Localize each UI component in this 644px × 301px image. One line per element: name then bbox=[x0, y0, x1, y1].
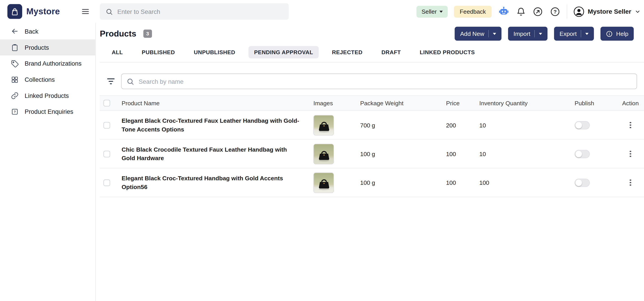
filter-button[interactable] bbox=[106, 76, 116, 86]
question-circle-icon: ? bbox=[550, 6, 560, 16]
ellipsis-icon bbox=[630, 151, 631, 152]
publish-toggle[interactable] bbox=[574, 121, 590, 129]
action-cell bbox=[617, 177, 644, 188]
product-thumbnail[interactable] bbox=[313, 172, 334, 193]
select-all-cell bbox=[100, 100, 122, 106]
row-select-cell bbox=[100, 180, 122, 186]
row-checkbox[interactable] bbox=[104, 180, 110, 186]
table-row: Chic Black Crocodile Textured Faux Leath… bbox=[100, 140, 644, 168]
feedback-button[interactable]: Feedback bbox=[454, 6, 492, 18]
seller-dropdown-label: Seller bbox=[422, 8, 437, 15]
import-button[interactable]: Import bbox=[508, 27, 548, 40]
ellipsis-icon bbox=[630, 184, 631, 186]
publish-toggle[interactable] bbox=[574, 150, 590, 158]
row-actions-menu-button[interactable] bbox=[627, 177, 634, 188]
product-thumbnail[interactable] bbox=[313, 115, 334, 136]
product-name[interactable]: Elegant Black Croc-Textured Handbag with… bbox=[122, 174, 314, 191]
seller-dropdown[interactable]: Seller bbox=[416, 6, 448, 18]
tab-unpublished[interactable]: UNPUBLISHED bbox=[188, 46, 241, 58]
shopping-bag-icon bbox=[10, 7, 19, 16]
inventory-quantity-value: 10 bbox=[480, 122, 575, 128]
product-name[interactable]: Elegant Black Croc-Textured Faux Leather… bbox=[122, 116, 314, 134]
global-search[interactable] bbox=[100, 3, 289, 20]
price-value: 100 bbox=[446, 150, 480, 157]
sidebar-item-label: Product Enquiries bbox=[25, 108, 73, 115]
package-weight-value: 700 g bbox=[360, 122, 446, 128]
ellipsis-icon bbox=[630, 153, 631, 154]
external-link-button[interactable] bbox=[532, 6, 544, 17]
tab-published[interactable]: PUBLISHED bbox=[136, 46, 180, 58]
help-button[interactable]: Help bbox=[600, 27, 634, 40]
row-actions-menu-button[interactable] bbox=[627, 119, 634, 130]
tab-pending-approval[interactable]: PENDING APPROVAL bbox=[248, 46, 319, 58]
product-image-cell bbox=[313, 172, 360, 193]
help-label: Help bbox=[616, 30, 628, 37]
sidebar-back[interactable]: Back bbox=[0, 23, 96, 40]
chevron-down-icon bbox=[539, 33, 542, 35]
header-actions: Seller Feedback bbox=[416, 4, 644, 18]
column-header-price: Price bbox=[446, 100, 480, 106]
handbag-image bbox=[314, 173, 334, 193]
sidebar-item-label: Collections bbox=[25, 76, 55, 83]
account-name: Mystore Seller bbox=[588, 8, 631, 15]
sidebar-item-label: Linked Products bbox=[25, 92, 69, 99]
hamburger-menu-button[interactable] bbox=[80, 6, 91, 17]
tag-icon bbox=[11, 59, 19, 68]
row-checkbox[interactable] bbox=[104, 122, 110, 128]
tab-draft[interactable]: DRAFT bbox=[376, 46, 407, 58]
table-search-input[interactable] bbox=[138, 78, 632, 85]
tab-all[interactable]: ALL bbox=[106, 46, 128, 58]
sidebar-item-products[interactable]: Products bbox=[0, 40, 96, 56]
chevron-down-icon bbox=[440, 11, 443, 13]
info-circle-icon bbox=[606, 30, 613, 37]
add-new-button[interactable]: Add New bbox=[455, 27, 502, 40]
arrow-up-right-circle-icon bbox=[533, 6, 543, 16]
inventory-quantity-value: 100 bbox=[480, 180, 575, 186]
sidebar-item-linked-products[interactable]: Linked Products bbox=[0, 88, 96, 104]
svg-text:?: ? bbox=[554, 8, 557, 14]
export-button[interactable]: Export bbox=[554, 27, 594, 40]
ellipsis-icon bbox=[630, 182, 631, 183]
import-label: Import bbox=[514, 30, 530, 37]
sidebar-item-collections[interactable]: Collections bbox=[0, 72, 96, 88]
row-checkbox[interactable] bbox=[104, 150, 110, 157]
product-name[interactable]: Chic Black Crocodile Textured Faux Leath… bbox=[122, 145, 314, 162]
notifications-button[interactable] bbox=[516, 6, 526, 16]
publish-toggle[interactable] bbox=[574, 178, 590, 187]
handbag-image bbox=[314, 115, 334, 135]
sidebar-item-brand-authorizations[interactable]: Brand Authorizations bbox=[0, 56, 96, 72]
header-divider bbox=[567, 4, 567, 18]
sidebar-item-product-enquiries[interactable]: ? Product Enquiries bbox=[0, 104, 96, 120]
assistant-bot-button[interactable] bbox=[498, 6, 510, 18]
button-divider bbox=[534, 30, 535, 38]
column-header-images: Images bbox=[313, 100, 360, 106]
select-all-checkbox[interactable] bbox=[104, 100, 110, 106]
add-new-label: Add New bbox=[460, 30, 484, 37]
product-image-cell bbox=[313, 115, 360, 136]
products-table: Product Name Images Package Weight Price… bbox=[100, 96, 644, 197]
account-menu[interactable]: Mystore Seller bbox=[574, 6, 641, 17]
top-header: Mystore Seller Feedback bbox=[0, 0, 644, 23]
grid-icon bbox=[11, 76, 19, 84]
hamburger-icon bbox=[81, 7, 90, 16]
action-cell bbox=[617, 148, 644, 160]
brand-area: Mystore bbox=[0, 0, 96, 23]
column-header-product-name: Product Name bbox=[122, 100, 314, 106]
tab-rejected[interactable]: REJECTED bbox=[326, 46, 368, 58]
sidebar: Back Products Brand Authorizations bbox=[0, 23, 96, 301]
arrow-left-icon bbox=[11, 27, 19, 36]
table-header-row: Product Name Images Package Weight Price… bbox=[100, 96, 644, 111]
row-actions-menu-button[interactable] bbox=[627, 148, 634, 160]
tab-linked-products[interactable]: LINKED PRODUCTS bbox=[414, 46, 481, 58]
product-thumbnail[interactable] bbox=[313, 144, 334, 164]
table-search[interactable] bbox=[121, 74, 637, 89]
handbag-image bbox=[314, 144, 334, 164]
global-search-input[interactable] bbox=[117, 8, 283, 15]
brand-name: Mystore bbox=[26, 6, 60, 16]
mystore-logo[interactable] bbox=[8, 4, 22, 19]
column-header-inventory-quantity: Inventory Quantity bbox=[480, 100, 575, 106]
ellipsis-icon bbox=[630, 156, 631, 157]
ellipsis-icon bbox=[630, 124, 631, 126]
help-circle-button[interactable]: ? bbox=[550, 6, 561, 17]
link-icon bbox=[11, 92, 19, 100]
